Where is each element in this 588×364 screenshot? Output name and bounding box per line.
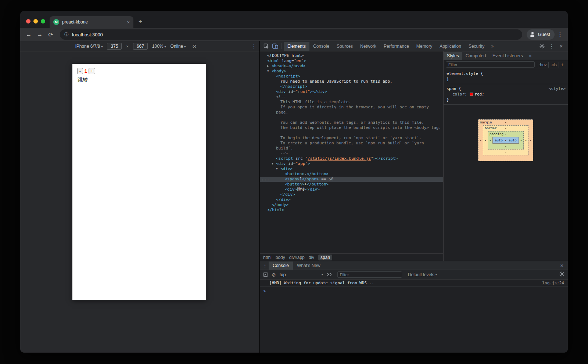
back-button[interactable]: ←	[24, 31, 33, 38]
devtools-tab-application[interactable]: Application	[436, 42, 465, 51]
devtools-tab-network[interactable]: Network	[356, 42, 380, 51]
viewport-width-input[interactable]	[107, 43, 122, 50]
devtools-tab-elements[interactable]: Elements	[284, 42, 309, 51]
breadcrumb-item[interactable]: html	[263, 255, 272, 260]
dom-tree-line[interactable]: </div>	[260, 197, 443, 202]
expand-arrow-icon[interactable]: ▼	[272, 161, 276, 166]
dom-tree-line[interactable]: <script src="/static/js/index.bundle.js"…	[260, 156, 443, 161]
css-rule[interactable]: <style>span {color: red;}	[444, 84, 568, 105]
execution-context-select[interactable]: top ▾	[280, 272, 323, 277]
dom-tree-line[interactable]: </body>	[260, 202, 443, 208]
tab-close-icon[interactable]: ×	[127, 19, 130, 25]
dom-tree-line[interactable]	[260, 115, 443, 120]
dom-tree-line[interactable]: ▼<div id="app">	[260, 161, 443, 166]
padding-right-value[interactable]: -	[519, 138, 523, 142]
dom-tree-line[interactable]: <div id="root"></div>	[260, 89, 443, 94]
throttle-select[interactable]: Online▾	[171, 44, 186, 49]
profile-button[interactable]: Guest	[527, 29, 555, 40]
styles-tab-computed[interactable]: Computed	[462, 52, 489, 60]
log-levels-select[interactable]: Default levels ▾	[408, 272, 437, 277]
node-menu-dots[interactable]: ...	[261, 177, 270, 182]
border-top-value[interactable]: -	[505, 126, 506, 130]
box-model-margin[interactable]: margin - - border -	[478, 119, 533, 161]
maximize-window-button[interactable]	[41, 19, 45, 24]
minimize-window-button[interactable]	[33, 19, 38, 24]
settings-gear-icon[interactable]	[538, 42, 546, 50]
dom-tree-line[interactable]: <button>-</button>	[260, 172, 443, 177]
breadcrumb-item[interactable]: div#app	[289, 255, 305, 260]
dom-tree-line[interactable]: <button>+</button>	[260, 182, 443, 187]
color-swatch[interactable]	[470, 93, 473, 96]
more-tabs-icon[interactable]: »	[488, 44, 496, 49]
viewport-height-input[interactable]	[133, 43, 148, 50]
url-text[interactable]: localhost:3000	[72, 32, 103, 37]
new-style-rule-button[interactable]: +	[559, 62, 566, 68]
margin-right-value[interactable]: -	[528, 138, 533, 142]
decrement-button[interactable]: -	[77, 68, 83, 74]
console-sidebar-icon[interactable]	[263, 273, 268, 277]
dom-tree-line[interactable]: <div>跳转</div>	[260, 187, 443, 192]
jump-link[interactable]: 跳转	[72, 74, 206, 83]
dom-tree-line[interactable]	[260, 130, 443, 136]
border-right-value[interactable]: -	[524, 138, 528, 142]
device-toolbar-toggle-icon[interactable]	[271, 42, 280, 50]
dom-tree-line[interactable]: This HTML file is a template.	[260, 100, 443, 105]
devtools-tab-security[interactable]: Security	[465, 42, 488, 51]
breadcrumb-item[interactable]: div	[309, 255, 314, 260]
expand-arrow-icon[interactable]: ▼	[267, 69, 272, 74]
dom-tree-line[interactable]: ▶<head>…</head>	[260, 64, 443, 69]
dom-tree-line[interactable]: ▼<div>	[260, 166, 443, 172]
dom-tree-line[interactable]: </noscript>	[260, 84, 443, 89]
toggle-hover-state-button[interactable]: :hov	[537, 62, 549, 68]
padding-left-value[interactable]: -	[488, 138, 492, 142]
dom-tree-line[interactable]: The build step will place the bundled sc…	[260, 125, 443, 130]
css-selector[interactable]: span	[447, 86, 456, 91]
toggle-classes-button[interactable]: .cls	[548, 62, 559, 68]
margin-left-value[interactable]: -	[478, 138, 483, 142]
dom-tree-line[interactable]: build`.	[260, 146, 443, 151]
devtools-tab-console[interactable]: Console	[309, 42, 333, 51]
live-expression-eye-icon[interactable]	[327, 273, 331, 276]
breadcrumb-item[interactable]: body	[276, 255, 285, 260]
box-model-content[interactable]: auto × auto	[492, 137, 519, 144]
drawer-tab-what-s-new[interactable]: What's New	[293, 262, 325, 270]
styles-tab-event-listeners[interactable]: Event Listeners	[489, 52, 526, 60]
clear-console-icon[interactable]: ⊘	[272, 272, 276, 278]
new-tab-button[interactable]: +	[139, 18, 142, 25]
log-source-link[interactable]: log.js:24	[542, 281, 564, 285]
dom-tree-line[interactable]: To create a production bundle, use `npm …	[260, 141, 443, 146]
console-filter-input[interactable]	[337, 271, 402, 278]
breadcrumb-item[interactable]: span	[318, 255, 332, 260]
rotate-disabled-icon[interactable]: ⊘	[192, 43, 197, 49]
css-property-line[interactable]: color: red;	[447, 91, 566, 97]
device-select[interactable]: iPhone 6/7/8▾	[75, 44, 103, 49]
styles-tab-styles[interactable]: Styles	[444, 52, 462, 60]
box-model-padding[interactable]: padding - - auto × auto -	[488, 131, 524, 149]
expand-arrow-icon[interactable]: ▼	[276, 166, 280, 172]
dom-tree-line[interactable]: You can add webfonts, meta tags, or anal…	[260, 120, 443, 125]
dom-tree-line[interactable]: If you open it directly in the browser, …	[260, 105, 443, 110]
border-left-value[interactable]: -	[483, 138, 488, 142]
margin-bottom-value[interactable]: -	[505, 156, 506, 160]
css-property-name[interactable]: color:	[452, 92, 469, 97]
browser-tab[interactable]: M preact-kbone ×	[50, 16, 133, 28]
css-selector[interactable]: element.style	[447, 71, 478, 76]
devtools-tab-performance[interactable]: Performance	[380, 42, 413, 51]
devtools-tab-memory[interactable]: Memory	[413, 42, 436, 51]
dom-tree-line[interactable]: <html lang="en">	[260, 58, 443, 64]
increment-button[interactable]: +	[89, 68, 95, 74]
dom-tree-line[interactable]: <noscript>	[260, 74, 443, 79]
console-settings-gear-icon[interactable]	[559, 271, 564, 278]
css-property-value[interactable]: red;	[474, 92, 484, 97]
devtools-close-icon[interactable]: ×	[557, 43, 566, 49]
css-rule-source-link[interactable]: <style>	[549, 86, 566, 91]
forward-button[interactable]: →	[35, 31, 44, 38]
margin-top-value[interactable]: -	[505, 120, 506, 124]
dom-tree-line[interactable]: -->	[260, 151, 443, 156]
drawer-close-icon[interactable]: ×	[557, 262, 566, 269]
devtools-tab-sources[interactable]: Sources	[333, 42, 356, 51]
css-rule[interactable]: element.style {}	[444, 69, 568, 84]
console-prompt[interactable]: >	[260, 287, 568, 295]
dom-tree-line[interactable]: </html>	[260, 208, 443, 213]
site-info-icon[interactable]: ⓘ	[64, 32, 69, 38]
